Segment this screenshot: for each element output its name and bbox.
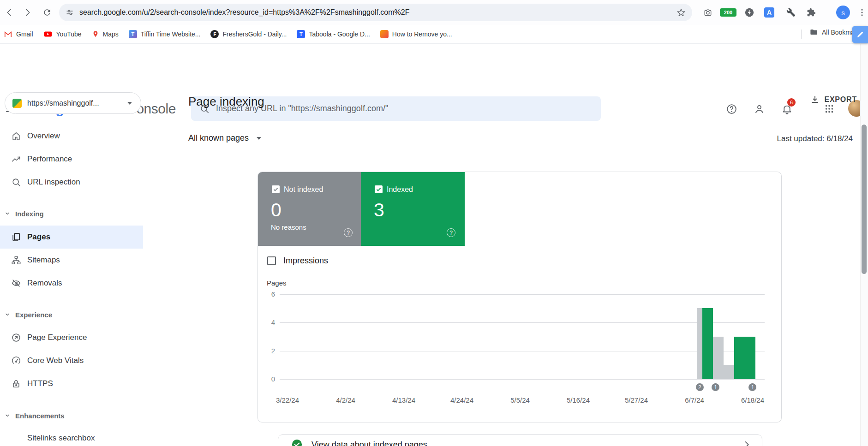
chart-y-axis-title: Pages bbox=[267, 279, 287, 287]
translate-extension-icon[interactable]: A bbox=[764, 7, 774, 18]
property-label: https://smashinggolf... bbox=[27, 99, 121, 107]
bookmarks-bar: Gmail YouTube Maps T Tiffin Time Website… bbox=[0, 25, 868, 44]
magnifier-icon bbox=[11, 177, 21, 187]
property-selector[interactable]: https://smashinggolf... bbox=[5, 92, 141, 114]
chart-bar-indexed-2[interactable] bbox=[708, 308, 713, 379]
extensions-puzzle-icon[interactable] bbox=[806, 7, 817, 18]
sidebar-section-enhancements[interactable]: Enhancements bbox=[0, 409, 143, 422]
bookmark-how-to-remove[interactable]: How to Remove yo... bbox=[380, 30, 452, 38]
card-subtext: No reasons bbox=[271, 223, 306, 231]
chart-bar-not_indexed-4[interactable] bbox=[718, 337, 724, 379]
chart-bar-indexed-1[interactable] bbox=[702, 308, 708, 379]
sidebar-item-https[interactable]: HTTPS bbox=[0, 372, 143, 395]
forward-button[interactable] bbox=[21, 6, 34, 19]
chart-bar-indexed-8[interactable] bbox=[739, 337, 745, 379]
bookmark-youtube[interactable]: YouTube bbox=[43, 30, 82, 39]
pagespeed-score: 200 bbox=[724, 10, 732, 15]
url-inspect-input[interactable] bbox=[216, 104, 601, 113]
sidebar-item-performance[interactable]: Performance bbox=[0, 148, 143, 171]
address-bar[interactable]: search.google.com/u/2/search-console/ind… bbox=[59, 4, 692, 21]
bookmark-freshersgold[interactable]: F FreshersGold - Daily... bbox=[210, 30, 287, 38]
chart-x-tick-label: 3/22/24 bbox=[267, 396, 308, 404]
page-experience-icon bbox=[11, 333, 21, 343]
chart-event-marker[interactable]: 2 bbox=[695, 382, 705, 392]
back-button[interactable] bbox=[3, 6, 16, 19]
chart-bar-indexed-7[interactable] bbox=[734, 337, 740, 379]
chart-gridline bbox=[280, 351, 765, 351]
help-icon[interactable]: ? bbox=[344, 228, 353, 237]
chart-y-tick-label: 4 bbox=[267, 318, 275, 327]
impressions-checkbox[interactable] bbox=[267, 256, 276, 265]
card-label: Not indexed bbox=[284, 185, 323, 193]
sidebar-item-label: Sitelinks searchbox bbox=[27, 434, 95, 443]
sidebar-item-sitelinks-searchbox[interactable]: Sitelinks searchbox bbox=[0, 427, 143, 446]
chart-bar-indexed-9[interactable] bbox=[745, 337, 750, 379]
page-filter-dropdown[interactable]: All known pages bbox=[188, 133, 262, 143]
sidebar-item-page-experience[interactable]: Page Experience bbox=[0, 326, 143, 349]
not-indexed-count: 0 bbox=[271, 199, 281, 221]
banner-label: View data about indexed pages bbox=[311, 440, 427, 446]
bookmark-label: YouTube bbox=[56, 30, 82, 38]
sidebar-item-label: Core Web Vitals bbox=[27, 356, 84, 365]
help-button[interactable] bbox=[724, 102, 738, 116]
sidebar-item-pages[interactable]: Pages bbox=[0, 226, 143, 249]
indexed-checkbox[interactable] bbox=[375, 185, 383, 193]
chart-x-tick-label: 4/2/24 bbox=[325, 396, 366, 404]
sidebar-item-url-inspection[interactable]: URL inspection bbox=[0, 171, 143, 194]
chart-bar-not_indexed-0[interactable] bbox=[697, 308, 703, 379]
chart-event-marker[interactable]: 1 bbox=[748, 382, 757, 392]
help-icon[interactable]: ? bbox=[447, 228, 455, 237]
chart-bar-not_indexed-5[interactable] bbox=[724, 365, 729, 379]
sidebar-item-label: Page Experience bbox=[27, 333, 87, 342]
sidebar-section-indexing[interactable]: Indexing bbox=[0, 207, 143, 220]
devtools-extension-icon[interactable] bbox=[785, 7, 796, 18]
download-icon bbox=[810, 95, 820, 104]
bookmark-gmail[interactable]: Gmail bbox=[4, 30, 33, 39]
chart-y-tick-label: 6 bbox=[267, 290, 275, 298]
sidebar-item-sitemaps[interactable]: Sitemaps bbox=[0, 249, 143, 272]
sidebar-item-overview[interactable]: Overview bbox=[0, 125, 143, 148]
export-label: EXPORT bbox=[824, 95, 857, 104]
sidebar-item-label: HTTPS bbox=[27, 379, 53, 388]
scrollbar-thumb[interactable] bbox=[862, 125, 867, 274]
screen-capture-overlay[interactable] bbox=[852, 26, 868, 43]
chart-bar-not_indexed-6[interactable] bbox=[729, 365, 734, 379]
view-indexed-data-banner[interactable]: View data about indexed pages bbox=[278, 434, 762, 446]
not-indexed-card[interactable]: Not indexed 0 No reasons ? bbox=[258, 172, 361, 246]
reload-button[interactable] bbox=[41, 6, 54, 19]
site-info-icon[interactable] bbox=[66, 8, 74, 17]
export-button[interactable]: EXPORT bbox=[810, 95, 857, 104]
not-indexed-checkbox[interactable] bbox=[272, 185, 280, 193]
browser-profile-avatar[interactable]: s bbox=[836, 6, 850, 19]
chart-event-marker[interactable]: 1 bbox=[711, 382, 720, 392]
sidebar-item-removals[interactable]: Removals bbox=[0, 272, 143, 295]
chart-bar-not_indexed-3[interactable] bbox=[713, 337, 718, 379]
section-label: Enhancements bbox=[15, 412, 65, 420]
bookmark-star-icon[interactable] bbox=[676, 8, 686, 17]
lightning-extension-icon[interactable] bbox=[744, 7, 755, 18]
section-label: Experience bbox=[15, 311, 52, 319]
check-icon bbox=[376, 186, 382, 192]
chart-gridline bbox=[280, 322, 765, 323]
user-settings-button[interactable] bbox=[752, 102, 766, 116]
bookmark-taboola[interactable]: T Taboola - Google D... bbox=[297, 30, 370, 38]
sidebar-section-experience[interactable]: Experience bbox=[0, 308, 143, 321]
bookmark-tiffin-time[interactable]: T Tiffin Time Website... bbox=[129, 30, 201, 38]
sitemap-icon bbox=[11, 255, 21, 265]
url-text[interactable]: search.google.com/u/2/search-console/ind… bbox=[79, 8, 671, 17]
impressions-toggle[interactable]: Impressions bbox=[267, 256, 328, 266]
sidebar-item-core-web-vitals[interactable]: Core Web Vitals bbox=[0, 349, 143, 372]
chart-y-tick-label: 0 bbox=[267, 375, 275, 383]
sidebar-item-label: Pages bbox=[27, 232, 50, 242]
indexed-card[interactable]: Indexed 3 ? bbox=[361, 172, 465, 246]
eye-off-icon bbox=[11, 278, 21, 288]
bookmark-label: Gmail bbox=[16, 30, 33, 38]
chart-bar-indexed-10[interactable] bbox=[750, 337, 755, 379]
screenshot-camera-icon[interactable] bbox=[702, 7, 713, 18]
browser-menu-icon[interactable] bbox=[856, 7, 868, 18]
impressions-label: Impressions bbox=[283, 256, 328, 266]
pages-icon bbox=[11, 232, 21, 242]
pagespeed-badge-icon[interactable]: 200 bbox=[720, 8, 736, 17]
sidebar-item-label: Removals bbox=[27, 279, 62, 288]
bookmark-maps[interactable]: Maps bbox=[92, 30, 119, 38]
